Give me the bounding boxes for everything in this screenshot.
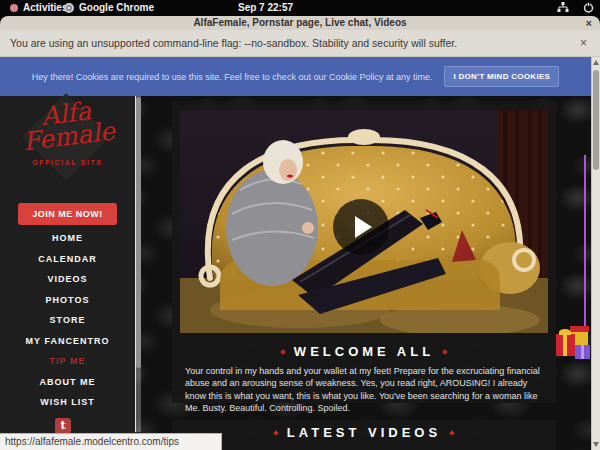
gifts-widget-handle[interactable]	[584, 155, 586, 330]
gift-ribbon	[581, 345, 584, 359]
welcome-paragraph: Your control in my hands and your wallet…	[185, 365, 543, 415]
gift-icon[interactable]	[556, 334, 575, 356]
heading-diamond-icon	[449, 430, 455, 436]
heading-diamond-icon	[273, 430, 279, 436]
play-icon	[355, 216, 372, 238]
tumblr-icon[interactable]: t	[55, 418, 71, 434]
sidebar-item-home[interactable]: HOME	[0, 228, 135, 249]
sidebar-item-store[interactable]: STORE	[0, 310, 135, 331]
recording-indicator-icon	[10, 4, 18, 12]
sidebar-item-tip-me[interactable]: TIP ME	[0, 351, 135, 372]
network-tree-icon[interactable]	[557, 2, 569, 13]
power-icon[interactable]	[583, 2, 594, 13]
status-url: https://alfafemale.modelcentro.com/tips	[0, 434, 221, 450]
clock[interactable]: Sep 7 22:57	[238, 2, 293, 13]
page-scrollbar-thumb[interactable]	[593, 70, 599, 170]
sidebar-item-videos[interactable]: VIDEOS	[0, 269, 135, 290]
cookie-bar: Hey there! Cookies are required to use t…	[0, 57, 591, 96]
status-bar: https://alfafemale.modelcentro.com/tips	[0, 433, 222, 450]
infobar-close-button[interactable]: ×	[580, 30, 587, 57]
heading-diamond-icon	[280, 349, 286, 355]
site-logo[interactable]: Alfa Female	[0, 94, 137, 156]
gift-ribbon	[563, 334, 567, 356]
sidebar-item-wish-list[interactable]: WISH LIST	[0, 392, 135, 413]
play-button[interactable]	[333, 199, 389, 255]
sidebar-scrollbar-thumb[interactable]	[136, 97, 141, 368]
sidebar-item-photos[interactable]: PHOTOS	[0, 290, 135, 311]
desktop-top-bar: Activities Google Chrome Sep 7 22:57	[0, 0, 600, 16]
join-me-now-button[interactable]: JOIN ME NOW!	[18, 203, 117, 225]
sidebar-item-about-me[interactable]: ABOUT ME	[0, 372, 135, 393]
gift-icon[interactable]	[575, 345, 590, 359]
scroll-down-arrow-icon[interactable]	[593, 442, 599, 447]
window-title-bar: AlfaFemale, Pornstar page, Live chat, Vi…	[0, 16, 600, 30]
chrome-icon	[64, 3, 74, 13]
sidebar: Alfa Female OFFICIAL SITE JOIN ME NOW! H…	[0, 96, 135, 450]
welcome-heading: WELCOME ALL	[294, 344, 434, 359]
heading-diamond-icon	[442, 349, 448, 355]
sidebar-item-my-fancentro[interactable]: MY FANCENTRO	[0, 331, 135, 352]
window-title: AlfaFemale, Pornstar page, Live chat, Vi…	[0, 16, 600, 30]
chrome-infobar: You are using an unsupported command-lin…	[0, 30, 600, 57]
official-site-tagline: OFFICIAL SITE	[0, 159, 135, 166]
focused-app-menu[interactable]: Google Chrome	[79, 2, 154, 13]
latest-videos-heading: LATEST VIDEOS	[287, 425, 441, 440]
cookie-message: Hey there! Cookies are required to use t…	[32, 72, 433, 82]
infobar-message: You are using an unsupported command-lin…	[10, 30, 457, 57]
activities-button[interactable]: Activities	[23, 2, 67, 13]
sidebar-menu: HOMECALENDARVIDEOSPHOTOSSTOREMY FANCENTR…	[0, 228, 135, 413]
page-scrollbar[interactable]	[591, 57, 600, 450]
scroll-up-arrow-icon[interactable]	[593, 60, 599, 65]
window-close-button[interactable]: ×	[586, 16, 592, 30]
gift-bow	[559, 329, 571, 335]
cookie-accept-button[interactable]: I DON'T MIND COOKIES	[444, 66, 559, 87]
gift-lid	[570, 326, 589, 332]
sidebar-item-calendar[interactable]: CALENDAR	[0, 249, 135, 270]
